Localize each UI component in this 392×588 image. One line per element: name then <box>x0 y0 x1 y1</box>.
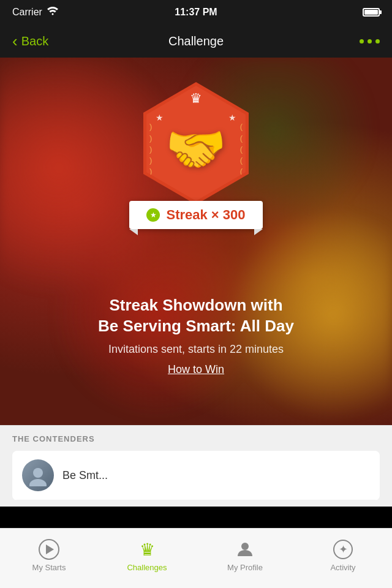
tab-my-profile[interactable]: My Profile <box>196 538 294 572</box>
more-button[interactable] <box>360 39 380 43</box>
challenges-icon: ♛ <box>136 538 158 560</box>
table-row[interactable]: Be Smt... <box>12 451 380 500</box>
back-chevron-icon: ‹ <box>12 32 18 51</box>
back-label: Back <box>21 34 48 48</box>
star-burst-icon: ✦ <box>339 543 348 556</box>
play-circle-icon <box>39 539 59 560</box>
play-triangle-icon <box>46 545 54 554</box>
my-profile-icon <box>234 538 256 560</box>
contenders-section: THE CONTENDERS Be Smt... <box>0 425 392 507</box>
how-to-win-link[interactable]: How to Win <box>168 363 224 375</box>
tab-label-activity: Activity <box>330 563 355 572</box>
streak-circle-icon: ★ <box>146 208 160 222</box>
tab-my-starts[interactable]: My Starts <box>0 538 98 572</box>
tab-label-my-profile: My Profile <box>227 563 263 572</box>
tab-label-challenges: Challenges <box>127 563 167 572</box>
svg-point-1 <box>29 479 47 486</box>
status-left: Carrier <box>12 7 58 18</box>
badge-hexagon: ♛ ★ ★ 🤝 ))))) ((((( <box>129 76 263 211</box>
hero-title-bold: Streak Showdown with <box>109 296 282 314</box>
hex-inner: ♛ ★ ★ 🤝 ))))) ((((( <box>138 86 254 201</box>
activity-circle-icon: ✦ <box>333 540 353 559</box>
status-right <box>363 8 380 17</box>
hex-shape: ♛ ★ ★ 🤝 ))))) ((((( <box>135 82 257 205</box>
status-bar: Carrier 11:37 PM <box>0 0 392 24</box>
hero-text-block: Streak Showdown with Be Serving Smart: A… <box>0 295 392 376</box>
hero-title-bold2: Be Serving Smart: All Day <box>98 317 294 335</box>
svg-point-2 <box>241 543 249 550</box>
streak-banner: ★ Streak × 300 <box>129 201 262 229</box>
avatar <box>22 459 54 491</box>
more-dot-2 <box>368 39 372 43</box>
nav-bar: ‹ Back Challenge <box>0 24 392 58</box>
hero-title: Streak Showdown with Be Serving Smart: A… <box>24 295 368 337</box>
hero-section: ♛ ★ ★ 🤝 ))))) ((((( ★ St <box>0 58 392 425</box>
activity-icon: ✦ <box>332 538 354 560</box>
more-dot-1 <box>360 39 364 43</box>
my-starts-icon <box>38 538 60 560</box>
streak-label: Streak × 300 <box>166 207 245 223</box>
contenders-label: THE CONTENDERS <box>12 434 380 443</box>
laurel-left-icon: ))))) <box>149 121 152 177</box>
tab-activity[interactable]: ✦ Activity <box>294 538 392 572</box>
nav-title: Challenge <box>168 34 224 48</box>
svg-point-0 <box>33 468 43 478</box>
contender-name: Be Smt... <box>62 469 108 482</box>
more-dot-3 <box>375 39 380 43</box>
laurel-right-icon: ((((( <box>240 121 243 177</box>
back-button[interactable]: ‹ Back <box>12 32 48 51</box>
contenders-list: Be Smt... <box>12 451 380 500</box>
carrier-label: Carrier <box>12 7 42 18</box>
star-right-icon: ★ <box>228 113 236 123</box>
handshake-icon: 🤝 <box>165 121 227 178</box>
tab-label-my-starts: My Starts <box>32 563 66 572</box>
hero-subtitle: Invitations sent, starts in 22 minutes <box>24 343 368 356</box>
crown-icon: ♛ <box>140 540 155 560</box>
battery-icon <box>363 8 380 17</box>
star-left-icon: ★ <box>156 113 164 123</box>
wifi-icon <box>47 7 58 18</box>
badge-container: ♛ ★ ★ 🤝 ))))) ((((( ★ St <box>129 76 263 229</box>
tab-bar: My Starts ♛ Challenges My Profile ✦ Acti… <box>0 528 392 588</box>
tab-challenges[interactable]: ♛ Challenges <box>98 538 196 572</box>
status-time: 11:37 PM <box>175 7 217 18</box>
crown-badge-icon: ♛ <box>190 91 202 107</box>
